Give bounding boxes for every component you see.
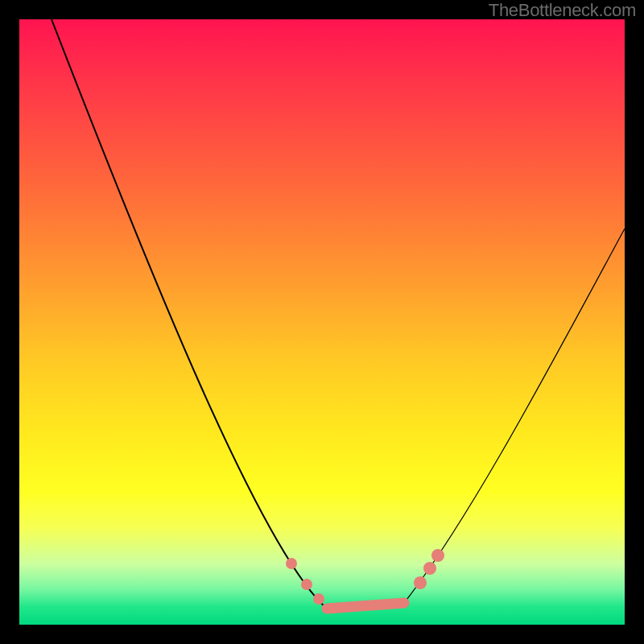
watermark-text: TheBottleneck.com xyxy=(489,0,636,21)
left-curve xyxy=(52,19,327,609)
right-marker-2 xyxy=(423,562,436,575)
left-marker-1 xyxy=(286,558,297,569)
bottom-flat xyxy=(327,603,404,609)
chart-frame: TheBottleneck.com xyxy=(0,0,644,644)
left-marker-3 xyxy=(313,593,324,605)
markers xyxy=(286,549,444,605)
right-curve xyxy=(404,229,625,603)
right-marker-3 xyxy=(431,549,444,562)
curve-layer xyxy=(19,19,625,625)
plot-area xyxy=(19,19,625,625)
left-marker-2 xyxy=(301,579,312,590)
right-marker-1 xyxy=(414,576,427,589)
